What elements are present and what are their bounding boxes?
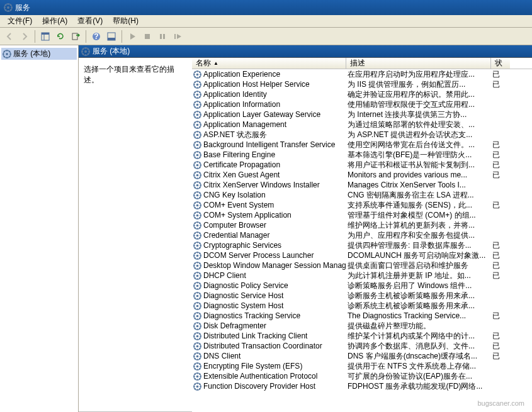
sort-asc-icon: ▲ — [213, 60, 218, 66]
service-row[interactable]: Disk Defragmenter提供磁盘碎片整理功能。 — [192, 321, 532, 331]
service-row[interactable]: Diagnostics Tracking ServiceThe Diagnost… — [192, 311, 532, 321]
service-row[interactable]: Function Discovery Provider HostFDPHOST … — [192, 381, 532, 391]
gear-icon — [193, 221, 201, 230]
service-desc-cell: 支持系统事件通知服务 (SENS)，此... — [346, 200, 491, 211]
service-row[interactable]: Citrix XenServer Windows InstallerManage… — [192, 180, 532, 190]
service-name-cell: Distributed Link Tracking Client — [192, 331, 346, 340]
service-desc-cell: The Diagnostics Tracking Service... — [346, 311, 491, 320]
service-row[interactable]: Application Experience在应用程序启动时为应用程序处理应..… — [192, 69, 532, 79]
service-row[interactable]: Distributed Transaction Coordinator协调跨多个… — [192, 341, 532, 351]
service-row[interactable]: Computer Browser维护网络上计算机的更新列表，并将... — [192, 220, 532, 230]
gear-icon — [193, 372, 201, 381]
service-name-label: Certificate Propagation — [203, 160, 280, 169]
refresh-button[interactable] — [54, 30, 67, 43]
service-row[interactable]: Application Host Helper Service为 IIS 提供管… — [192, 79, 532, 89]
details-pane-button[interactable] — [38, 30, 52, 43]
watermark: bugscaner.com — [477, 399, 524, 407]
service-status-cell: 已 — [491, 311, 510, 321]
svg-rect-13 — [174, 34, 176, 39]
service-name-cell: DHCP Client — [192, 271, 346, 280]
list-rows: Application Experience在应用程序启动时为应用程序处理应..… — [192, 69, 532, 412]
gear-icon — [193, 282, 201, 290]
service-name-label: Diagnostics Tracking Service — [203, 311, 300, 320]
gear-icon — [193, 362, 201, 370]
gear-icon — [193, 231, 201, 240]
service-name-label: COM+ Event System — [203, 201, 274, 209]
gear-icon — [193, 342, 201, 350]
right-pane: 服务 (本地) 选择一个项目来查看它的描述。 名称▲ 描述 状 Applicat… — [79, 45, 532, 412]
list-pane: 名称▲ 描述 状 Application Experience在应用程序启动时为… — [192, 58, 532, 412]
service-name-cell: Diagnostic System Host — [192, 301, 346, 310]
service-name-label: Encrypting File System (EFS) — [203, 362, 302, 370]
service-row[interactable]: Extensible Authentication Protocol可扩展的身份… — [192, 371, 532, 381]
gear-icon — [193, 151, 201, 159]
service-row[interactable]: Base Filtering Engine基本筛选引擎(BFE)是一种管理防火.… — [192, 150, 532, 160]
service-row[interactable]: COM+ System Application管理基于组件对象模型 (COM+)… — [192, 210, 532, 220]
service-status-cell: 已 — [491, 160, 510, 170]
svg-text:?: ? — [94, 32, 98, 41]
service-row[interactable]: Encrypting File System (EFS)提供用于在 NTFS 文… — [192, 361, 532, 371]
main-area: 服务 (本地) 服务 (本地) 选择一个项目来查看它的描述。 名称▲ 描述 状 … — [0, 45, 532, 412]
service-name-cell: Diagnostic Policy Service — [192, 281, 346, 290]
service-row[interactable]: ASP.NET 状态服务为 ASP.NET 提供进程外会话状态支... — [192, 130, 532, 140]
service-name-label: ASP.NET 状态服务 — [203, 130, 267, 140]
service-row[interactable]: Application Management为通过组策略部署的软件处理安装、..… — [192, 120, 532, 130]
menu-view[interactable]: 查看(V) — [72, 14, 108, 28]
gear-icon — [193, 242, 201, 250]
service-name-cell: Cryptographic Services — [192, 241, 346, 250]
menu-action[interactable]: 操作(A) — [37, 14, 72, 28]
service-name-label: COM+ System Application — [203, 211, 291, 220]
gear-icon — [193, 262, 201, 270]
menu-help[interactable]: 帮助(H) — [108, 14, 144, 28]
service-desc-cell: 提供用于在 NTFS 文件系统卷上存储... — [346, 361, 491, 372]
service-name-label: Function Discovery Provider Host — [203, 382, 315, 391]
gear-icon — [3, 50, 11, 58]
tree-root-item[interactable]: 服务 (本地) — [1, 48, 77, 60]
service-row[interactable]: Background Intelligent Transfer Service使… — [192, 140, 532, 150]
service-name-cell: Certificate Propagation — [192, 160, 346, 169]
service-row[interactable]: Desktop Window Manager Session Manager提供… — [192, 260, 532, 270]
service-row[interactable]: Application Information使用辅助管理权限便于交互式应用程.… — [192, 99, 532, 109]
service-row[interactable]: Application Layer Gateway Service为 Inter… — [192, 109, 532, 120]
service-desc-cell: DCOMLAUNCH 服务可启动响应对象激... — [346, 250, 491, 261]
col-status[interactable]: 状 — [491, 58, 510, 69]
service-row[interactable]: DNS ClientDNS 客户端服务(dnscache)缓存域名...已 — [192, 351, 532, 361]
gear-icon — [193, 272, 201, 280]
service-desc-cell: 使用辅助管理权限便于交互式应用程... — [346, 99, 491, 110]
view-bottom-button[interactable] — [105, 30, 118, 43]
col-desc[interactable]: 描述 — [346, 58, 491, 69]
service-desc-cell: DNS 客户端服务(dnscache)缓存域名... — [346, 351, 491, 362]
service-desc-cell: 为此计算机注册并更新 IP 地址。如... — [346, 270, 491, 281]
col-name[interactable]: 名称▲ — [192, 58, 346, 69]
export-list-button[interactable] — [69, 30, 82, 43]
service-row[interactable]: Certificate Propagation将用户证书和根证书从智能卡复制到.… — [192, 160, 532, 170]
service-row[interactable]: Credential Manager为用户、应用程序和安全服务包提供... — [192, 230, 532, 240]
service-name-label: Application Layer Gateway Service — [203, 110, 320, 119]
service-status-cell: 已 — [491, 351, 510, 362]
pause-button — [156, 30, 169, 43]
gear-icon — [193, 201, 201, 209]
service-name-cell: ASP.NET 状态服务 — [192, 130, 346, 140]
service-row[interactable]: Diagnostic Service Host诊断服务主机被诊断策略服务用来承.… — [192, 291, 532, 301]
service-row[interactable]: Distributed Link Tracking Client维护某个计算机内… — [192, 331, 532, 341]
app-icon — [4, 3, 13, 12]
service-row[interactable]: CNG Key IsolationCNG 密钥隔离服务宿主在 LSA 进程... — [192, 190, 532, 200]
detail-hint: 选择一个项目来查看它的描述。 — [84, 64, 187, 86]
gear-icon — [193, 81, 201, 89]
help-button[interactable]: ? — [89, 30, 103, 43]
service-row[interactable]: Application Identity确定并验证应用程序的标识。禁用此... — [192, 89, 532, 99]
service-row[interactable]: DCOM Server Process LauncherDCOMLAUNCH 服… — [192, 250, 532, 260]
gear-icon — [193, 211, 201, 220]
service-row[interactable]: COM+ Event System支持系统事件通知服务 (SENS)，此...已 — [192, 200, 532, 210]
service-row[interactable]: Diagnostic System Host诊断系统主机被诊断策略服务用来承..… — [192, 301, 532, 311]
service-row[interactable]: Cryptographic Services提供四种管理服务: 目录数据库服务.… — [192, 240, 532, 250]
service-row[interactable]: Diagnostic Policy Service诊断策略服务启用了 Windo… — [192, 281, 532, 291]
service-row[interactable]: DHCP Client为此计算机注册并更新 IP 地址。如...已 — [192, 270, 532, 281]
service-desc-cell: 维护网络上计算机的更新列表，并将... — [346, 220, 491, 231]
service-status-cell: 已 — [491, 69, 510, 80]
service-row[interactable]: Citrix Xen Guest AgentMonitors and provi… — [192, 170, 532, 180]
restart-button — [171, 30, 184, 43]
service-name-cell: Application Identity — [192, 90, 346, 99]
service-name-label: Background Intelligent Transfer Service — [203, 140, 335, 149]
menu-file[interactable]: 文件(F) — [3, 14, 37, 28]
